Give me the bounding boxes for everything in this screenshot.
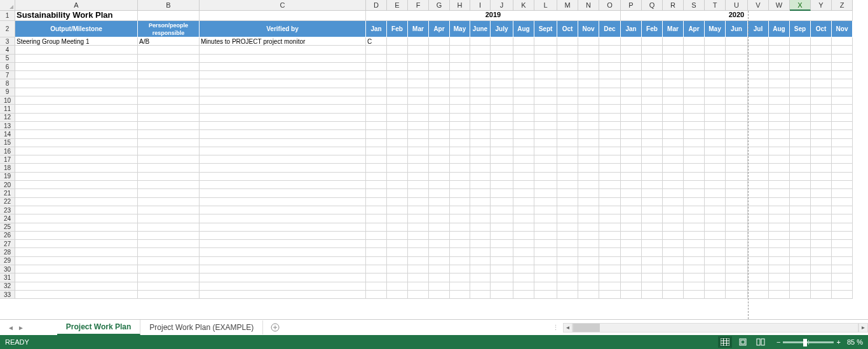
cell-D17[interactable] <box>366 155 387 164</box>
cell-Q33[interactable] <box>642 291 663 299</box>
cell-B28[interactable] <box>138 248 200 256</box>
cell-K32[interactable] <box>513 282 534 291</box>
cell-L11[interactable] <box>534 105 557 113</box>
cell-N11[interactable] <box>578 105 599 113</box>
cell-E8[interactable] <box>387 79 408 88</box>
cell-Z31[interactable] <box>832 273 853 282</box>
cell-Q21[interactable] <box>642 189 663 197</box>
cell[interactable] <box>663 37 684 46</box>
row-header-5[interactable]: 5 <box>0 55 15 63</box>
cell-S11[interactable] <box>684 105 705 113</box>
cell-F28[interactable] <box>408 248 429 256</box>
cell-N24[interactable] <box>578 214 599 223</box>
cell-A31[interactable] <box>15 273 138 282</box>
cell-K15[interactable] <box>513 139 534 147</box>
cell-P24[interactable] <box>621 214 642 223</box>
cell-C23[interactable] <box>200 206 366 214</box>
cell-D20[interactable] <box>366 181 387 189</box>
cell-G5[interactable] <box>429 55 450 63</box>
cell-B14[interactable] <box>138 130 200 138</box>
cell-H30[interactable] <box>450 265 470 273</box>
cell-I22[interactable] <box>470 198 491 206</box>
cell-Z24[interactable] <box>832 214 853 223</box>
cell-T20[interactable] <box>705 181 726 189</box>
cell-W33[interactable] <box>769 291 790 299</box>
cell-Q16[interactable] <box>642 147 663 155</box>
cell-R25[interactable] <box>663 223 684 232</box>
cell-W12[interactable] <box>769 114 790 122</box>
cell-A19[interactable] <box>15 173 138 181</box>
cell-Z13[interactable] <box>832 122 853 130</box>
cell-X13[interactable] <box>790 122 811 130</box>
header-month-14[interactable]: Mar <box>663 21 684 37</box>
cell-O16[interactable] <box>599 147 621 155</box>
cell[interactable] <box>642 37 663 46</box>
cell-G29[interactable] <box>429 257 450 265</box>
cell-S28[interactable] <box>684 248 705 256</box>
cell-E23[interactable] <box>387 206 408 214</box>
cell-X24[interactable] <box>790 214 811 223</box>
cell-U22[interactable] <box>726 198 748 206</box>
header-month-7[interactable]: Aug <box>513 21 534 37</box>
cell-B22[interactable] <box>138 198 200 206</box>
cell-C7[interactable] <box>200 71 366 79</box>
tab-project-work-plan[interactable]: Project Work Plan <box>57 320 140 335</box>
cell-U10[interactable] <box>726 96 748 105</box>
horizontal-scrollbar[interactable]: ◄ ► <box>563 323 868 333</box>
column-header-R[interactable]: R <box>663 0 684 11</box>
cell-Z8[interactable] <box>832 79 853 88</box>
cell-C8[interactable] <box>200 79 366 88</box>
cell-I24[interactable] <box>470 214 491 223</box>
cell-V24[interactable] <box>748 214 769 223</box>
cell-I32[interactable] <box>470 282 491 291</box>
cell-J26[interactable] <box>491 232 513 240</box>
cell-Z11[interactable] <box>832 105 853 113</box>
cell-H28[interactable] <box>450 248 470 256</box>
cell-G25[interactable] <box>429 223 450 232</box>
cell-L23[interactable] <box>534 206 557 214</box>
cell-A32[interactable] <box>15 282 138 291</box>
cell-I17[interactable] <box>470 155 491 164</box>
cell-H8[interactable] <box>450 79 470 88</box>
cell-X4[interactable] <box>790 46 811 54</box>
cell-B13[interactable] <box>138 122 200 130</box>
cell-O10[interactable] <box>599 96 621 105</box>
cell-V33[interactable] <box>748 291 769 299</box>
cell-W19[interactable] <box>769 173 790 181</box>
cell-N13[interactable] <box>578 122 599 130</box>
cell-O25[interactable] <box>599 223 621 232</box>
column-header-F[interactable]: F <box>408 0 429 11</box>
cell-Q30[interactable] <box>642 265 663 273</box>
cell-W8[interactable] <box>769 79 790 88</box>
cell-D21[interactable] <box>366 189 387 197</box>
header-month-6[interactable]: July <box>491 21 513 37</box>
column-header-G[interactable]: G <box>429 0 450 11</box>
cell-S13[interactable] <box>684 122 705 130</box>
cell-P32[interactable] <box>621 282 642 291</box>
cell-F4[interactable] <box>408 46 429 54</box>
cell-G4[interactable] <box>429 46 450 54</box>
cell-P16[interactable] <box>621 147 642 155</box>
cell-V6[interactable] <box>748 63 769 71</box>
cell-R12[interactable] <box>663 114 684 122</box>
cell-F31[interactable] <box>408 273 429 282</box>
cell-C19[interactable] <box>200 173 366 181</box>
column-header-W[interactable]: W <box>769 0 790 11</box>
cell-T21[interactable] <box>705 189 726 197</box>
cell-U32[interactable] <box>726 282 748 291</box>
cell-V14[interactable] <box>748 130 769 138</box>
column-header-T[interactable]: T <box>705 0 726 11</box>
cell-R28[interactable] <box>663 248 684 256</box>
cell-C20[interactable] <box>200 181 366 189</box>
cell-U23[interactable] <box>726 206 748 214</box>
cell-O21[interactable] <box>599 189 621 197</box>
cell-X8[interactable] <box>790 79 811 88</box>
cell-A24[interactable] <box>15 214 138 223</box>
cell-T29[interactable] <box>705 257 726 265</box>
cell-H9[interactable] <box>450 88 470 96</box>
cell-A13[interactable] <box>15 122 138 130</box>
row-header-20[interactable]: 20 <box>0 181 15 189</box>
cell-O12[interactable] <box>599 114 621 122</box>
cell-F25[interactable] <box>408 223 429 232</box>
cell-S21[interactable] <box>684 189 705 197</box>
